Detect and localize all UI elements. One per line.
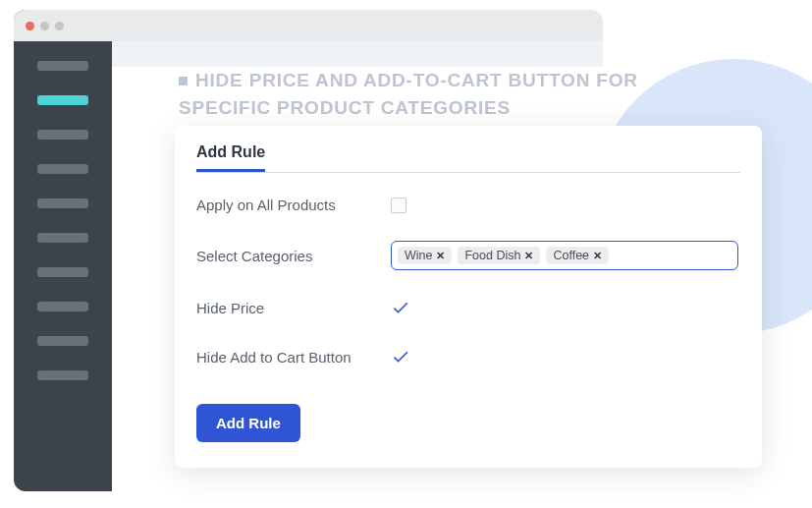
sidebar-item[interactable] <box>37 198 88 208</box>
remove-tag-icon[interactable]: ✕ <box>593 250 602 262</box>
apply-all-label: Apply on All Products <box>196 197 391 213</box>
remove-tag-icon[interactable]: ✕ <box>524 250 533 262</box>
sidebar-item[interactable] <box>37 130 88 140</box>
category-tag[interactable]: Food Dish ✕ <box>458 247 540 264</box>
sidebar-item[interactable] <box>37 61 88 71</box>
hide-price-label: Hide Price <box>196 300 391 316</box>
maximize-dot-icon[interactable] <box>55 22 64 30</box>
category-tag-label: Food Dish <box>464 249 520 262</box>
tabs: Add Rule <box>196 140 740 173</box>
check-icon <box>391 347 410 367</box>
sidebar-item[interactable] <box>37 302 88 311</box>
sidebar-item[interactable] <box>37 336 88 346</box>
category-tag[interactable]: Coffee ✕ <box>546 247 609 264</box>
hide-cart-label: Hide Add to Cart Button <box>196 349 391 366</box>
category-tag-label: Coffee <box>553 249 589 262</box>
sidebar-item[interactable] <box>37 267 88 277</box>
sidebar <box>14 10 112 491</box>
content-header-bar <box>112 41 603 67</box>
close-dot-icon[interactable] <box>26 22 34 30</box>
apply-all-checkbox[interactable] <box>391 198 406 213</box>
row-hide-price: Hide Price <box>196 298 740 317</box>
categories-input[interactable]: Wine ✕ Food Dish ✕ Coffee ✕ <box>391 241 738 270</box>
row-apply-all: Apply on All Products <box>196 197 740 213</box>
row-select-categories: Select Categories Wine ✕ Food Dish ✕ Cof… <box>196 241 740 270</box>
hide-price-checkbox[interactable] <box>391 298 410 317</box>
sidebar-item[interactable] <box>37 370 88 380</box>
remove-tag-icon[interactable]: ✕ <box>436 250 445 262</box>
sidebar-item[interactable] <box>37 164 88 174</box>
sidebar-item[interactable] <box>37 233 88 243</box>
hide-cart-checkbox[interactable] <box>391 347 410 367</box>
window-titlebar <box>14 10 603 41</box>
sidebar-item-active[interactable] <box>37 95 88 105</box>
select-categories-label: Select Categories <box>196 248 391 264</box>
check-icon <box>391 298 410 317</box>
add-rule-button[interactable]: Add Rule <box>196 404 300 442</box>
row-hide-cart: Hide Add to Cart Button <box>196 347 740 367</box>
tab-add-rule[interactable]: Add Rule <box>196 140 265 172</box>
add-rule-card: Add Rule Apply on All Products Select Ca… <box>175 126 762 468</box>
minimize-dot-icon[interactable] <box>40 22 49 30</box>
category-tag-label: Wine <box>405 249 432 262</box>
category-tag[interactable]: Wine ✕ <box>398 247 452 264</box>
